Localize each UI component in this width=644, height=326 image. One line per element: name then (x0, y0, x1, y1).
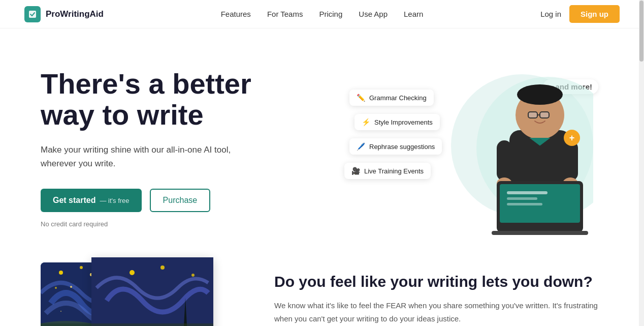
painting-front (91, 257, 213, 326)
hero-buttons: Get started — it's free Purchase (41, 189, 305, 212)
nav-use-app[interactable]: Use App (359, 10, 388, 18)
hero-section: There's a better way to write Make your … (0, 28, 644, 257)
svg-point-31 (191, 274, 195, 277)
svg-rect-32 (91, 323, 213, 326)
training-icon: 🎥 (351, 167, 360, 175)
feature-card-style: ⚡ Style Improvements (355, 114, 440, 130)
section-text: We know what it's like to feel the FEAR … (274, 299, 603, 325)
signup-button[interactable]: Sign up (569, 5, 620, 23)
svg-point-22 (80, 266, 83, 269)
get-started-label: Get started (53, 196, 95, 205)
second-left: My idea in my head (41, 257, 234, 326)
page-scrollbar[interactable] (639, 0, 644, 326)
svg-rect-17 (507, 203, 542, 205)
hero-title: There's a better way to write (41, 68, 305, 131)
hero-subtitle: Make your writing shine with our all-in-… (41, 143, 254, 170)
no-credit-text: No credit card required (41, 220, 305, 228)
logo-icon (24, 6, 41, 22)
hero-illustration: ...and more! ✏️ Grammar Checking ⚡ Style… (339, 59, 603, 237)
svg-rect-16 (507, 197, 537, 200)
nav-for-teams[interactable]: For Teams (267, 10, 303, 18)
free-label: — it's free (100, 197, 129, 204)
second-right: Do you feel like your writing lets you d… (274, 257, 603, 325)
hero-right: ...and more! ✏️ Grammar Checking ⚡ Style… (339, 59, 603, 237)
style-icon: ⚡ (362, 118, 370, 126)
style-label: Style Improvements (374, 118, 433, 126)
nav-links: Features For Teams Pricing Use App Learn (221, 10, 424, 19)
training-label: Live Training Events (364, 167, 424, 175)
second-section: My idea in my head Do you feel like your… (0, 257, 644, 326)
hero-person-svg: + (431, 59, 593, 237)
logo-link[interactable]: ProWritingAid (24, 6, 104, 22)
svg-rect-14 (492, 231, 588, 235)
svg-point-25 (55, 287, 57, 289)
grammar-icon: ✏️ (357, 94, 365, 102)
svg-point-21 (59, 271, 63, 275)
section-title: Do you feel like your writing lets you d… (274, 273, 603, 291)
nav-features[interactable]: Features (221, 10, 251, 18)
svg-rect-5 (528, 112, 537, 118)
grammar-label: Grammar Checking (369, 94, 427, 102)
hero-left: There's a better way to write Make your … (41, 68, 305, 228)
svg-point-4 (517, 84, 563, 105)
nav-actions: Log in Sign up (540, 5, 620, 23)
logo-text: ProWritingAid (46, 9, 104, 19)
svg-rect-15 (507, 191, 548, 194)
scrollbar-thumb[interactable] (639, 1, 643, 62)
svg-rect-9 (563, 140, 578, 181)
svg-point-29 (130, 270, 135, 275)
nav-pricing[interactable]: Pricing (319, 10, 342, 18)
navbar: ProWritingAid Features For Teams Pricing… (0, 0, 644, 28)
svg-text:+: + (569, 133, 575, 143)
svg-point-30 (160, 265, 165, 270)
feature-card-training: 🎥 Live Training Events (344, 163, 431, 179)
feature-card-rephrase: 🖊️ Rephrase suggestions (349, 138, 442, 155)
feature-card-grammar: ✏️ Grammar Checking (349, 90, 434, 106)
login-button[interactable]: Log in (540, 10, 561, 18)
svg-rect-8 (497, 140, 512, 181)
rephrase-icon: 🖊️ (357, 142, 365, 151)
svg-rect-6 (540, 112, 549, 118)
purchase-button[interactable]: Purchase (150, 189, 211, 212)
rephrase-label: Rephrase suggestions (369, 143, 435, 151)
nav-learn[interactable]: Learn (404, 10, 423, 18)
get-started-button[interactable]: Get started — it's free (41, 189, 142, 212)
painting-stack: My idea in my head (41, 257, 213, 326)
painting-front-svg (91, 257, 213, 326)
